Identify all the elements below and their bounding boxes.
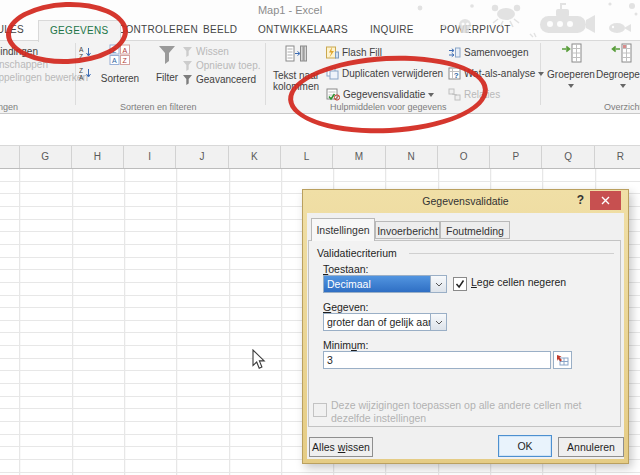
ungroup-icon: [610, 43, 632, 63]
clear-all-button[interactable]: Alles wissen: [309, 437, 373, 457]
tab-inquire[interactable]: INQUIRE: [370, 20, 414, 40]
svg-text:?: ?: [454, 71, 459, 80]
ungroup-button[interactable]: Degroeperen: [596, 43, 640, 88]
range-selector-button[interactable]: [553, 351, 572, 369]
filter-funnel-icon: [157, 44, 177, 66]
remove-duplicates-button[interactable]: Duplicaten verwijderen: [326, 67, 443, 80]
svg-text:A: A: [79, 74, 84, 81]
chevron-down-icon: [435, 320, 443, 325]
advanced-filter-button[interactable]: Geavanceerd: [182, 74, 256, 85]
checkmark-icon: [455, 279, 465, 289]
sort-button[interactable]: Z A A Z Sorteren: [94, 44, 146, 84]
ok-button[interactable]: OK: [498, 435, 552, 457]
sort-ascending-button[interactable]: AZ: [79, 45, 92, 60]
close-icon: [601, 196, 610, 205]
sort-descending-button[interactable]: ZA: [79, 66, 92, 81]
column-header[interactable]: K: [229, 146, 281, 168]
relationships-icon: [448, 88, 461, 101]
allow-dropdown-value: Decimaal: [324, 276, 430, 292]
data-label: Gegeven:: [323, 301, 369, 313]
tab-powerpivot[interactable]: POWERPIVOT: [440, 20, 511, 40]
group-divider: [409, 253, 614, 254]
allow-dropdown[interactable]: Decimaal: [323, 275, 447, 293]
svg-text:A: A: [123, 47, 128, 54]
help-button[interactable]: ?: [577, 193, 584, 207]
ribbon-tab-bar: FORMULES GEGEVENS CONTROLEREN BEELD ONTW…: [0, 20, 640, 41]
sort-az-icon: AZ: [79, 45, 92, 60]
data-validation-button[interactable]: Gegevensvalidatie: [326, 88, 434, 101]
formula-bar[interactable]: [0, 114, 640, 146]
data-validation-icon: [326, 88, 340, 101]
column-header[interactable]: Q: [542, 146, 594, 168]
data-tools-group-label: Hulpmiddelen voor gegevens: [330, 102, 447, 112]
chevron-down-icon: [435, 282, 443, 287]
connections-button[interactable]: Verbindingen: [0, 46, 38, 57]
minimum-label: Minimum:: [323, 339, 369, 351]
cancel-button[interactable]: Annuleren: [558, 437, 624, 457]
column-header[interactable]: L: [281, 146, 333, 168]
group-button[interactable]: Groeperen: [543, 43, 599, 88]
column-header[interactable]: P: [490, 146, 542, 168]
column-header[interactable]: O: [438, 146, 490, 168]
svg-text:Z: Z: [112, 47, 117, 54]
group-separator: [265, 43, 266, 105]
column-header[interactable]: J: [176, 146, 228, 168]
ignore-blank-label: Lege cellen negeren: [471, 276, 566, 288]
dropdown-arrow-icon: [428, 93, 434, 97]
criteria-group-label: Validatiecriterium: [317, 247, 397, 259]
range-selector-icon: [556, 354, 569, 366]
tab-formules[interactable]: FORMULES: [0, 20, 24, 40]
column-headers: G H I J K L M N O P Q R: [0, 146, 640, 169]
column-header[interactable]: R: [595, 146, 640, 168]
remove-duplicates-icon: [326, 67, 339, 80]
what-if-analysis-button[interactable]: ? Wat-als-analyse: [448, 67, 544, 80]
consolidate-icon: [448, 46, 461, 59]
excel-window: Map1 - Excel FORMULES GEGEVENS CONTROLER…: [0, 0, 640, 475]
consolidate-button[interactable]: Samenvoegen: [448, 46, 529, 59]
tab-gegevens[interactable]: GEGEVENS: [38, 20, 121, 42]
tab-beeld[interactable]: BEELD: [203, 20, 237, 40]
flash-fill-icon: [326, 46, 339, 59]
reapply-filter-icon: [182, 60, 193, 71]
minimum-input[interactable]: 3: [323, 351, 551, 369]
dialog-tab-invoerbericht[interactable]: Invoerbericht: [375, 221, 440, 239]
column-header[interactable]: M: [333, 146, 385, 168]
outline-group-label: Overzicht: [604, 102, 640, 112]
connections-group-label: Verbindingen: [0, 102, 18, 112]
dropdown-button[interactable]: [430, 276, 446, 292]
dropdown-button[interactable]: [430, 314, 446, 330]
properties-button: Eigenschappen: [0, 59, 48, 70]
column-header[interactable]: H: [72, 146, 124, 168]
app-title: Map1 - Excel: [0, 4, 580, 16]
tab-ontwikkelaars[interactable]: ONTWIKKELAARS: [258, 20, 348, 40]
close-button[interactable]: [590, 191, 621, 210]
data-dropdown-value: groter dan of gelijk aan: [324, 314, 430, 330]
what-if-analysis-icon: ?: [448, 67, 461, 80]
ignore-blank-checkbox[interactable]: [453, 277, 467, 291]
advanced-filter-icon: [182, 74, 193, 85]
dialog-tab-foutmelding[interactable]: Foutmelding: [440, 221, 510, 239]
dialog-tab-instellingen[interactable]: Instellingen: [311, 218, 375, 241]
relationships-button: Relaties: [448, 88, 500, 101]
text-to-columns-button[interactable]: Tekst naar kolommen: [268, 44, 324, 92]
column-header[interactable]: G: [20, 146, 72, 168]
group-icon: [560, 43, 582, 63]
title-bar: Map1 - Excel: [0, 0, 640, 20]
column-header-partial[interactable]: [0, 146, 20, 168]
reapply-filter-button: Opnieuw toep.: [182, 60, 261, 71]
allow-label: Toestaan:: [323, 263, 369, 275]
apply-all-checkbox: [313, 403, 327, 417]
sort-za-icon: ZA: [79, 66, 92, 81]
dropdown-arrow-icon: [568, 84, 574, 88]
column-header[interactable]: I: [124, 146, 176, 168]
data-validation-dialog: Gegevensvalidatie ? Instellingen Invoerb…: [302, 189, 629, 464]
svg-text:Z: Z: [79, 67, 83, 74]
data-dropdown[interactable]: groter dan of gelijk aan: [323, 313, 447, 331]
sort-filter-group-label: Sorteren en filteren: [120, 102, 197, 112]
filter-button[interactable]: Filter: [148, 44, 186, 83]
column-header[interactable]: N: [386, 146, 438, 168]
tab-controleren[interactable]: CONTROLEREN: [118, 20, 198, 40]
dropdown-arrow-icon: [620, 84, 626, 88]
flash-fill-button[interactable]: Flash Fill: [326, 46, 382, 59]
dialog-body: Instellingen Invoerbericht Foutmelding V…: [307, 213, 624, 459]
